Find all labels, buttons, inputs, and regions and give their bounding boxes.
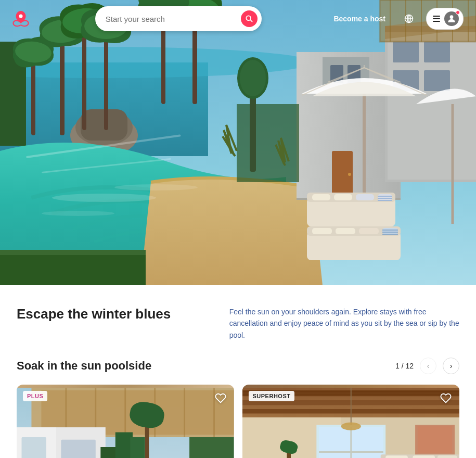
svg-rect-71	[356, 194, 374, 200]
heart-icon-2	[440, 392, 452, 404]
svg-point-94	[42, 211, 114, 216]
search-button[interactable]	[241, 10, 258, 27]
svg-point-143	[341, 423, 361, 430]
prev-button[interactable]: ‹	[420, 358, 436, 374]
globe-icon	[404, 14, 414, 23]
card-badge-superhost: SUPERHOST	[249, 391, 295, 401]
svg-rect-51	[424, 42, 450, 62]
svg-point-47	[348, 173, 351, 176]
svg-rect-20	[60, 31, 65, 135]
svg-rect-73	[378, 196, 392, 197]
logo[interactable]	[12, 10, 29, 27]
svg-rect-76	[307, 232, 401, 260]
svg-rect-86	[237, 104, 299, 182]
svg-rect-145	[417, 426, 452, 453]
pagination-text: 1 / 12	[395, 362, 414, 370]
svg-rect-74	[378, 198, 392, 199]
card-heart-1[interactable]	[213, 391, 228, 405]
hero-section	[0, 0, 476, 285]
card-heart-2[interactable]	[439, 391, 453, 405]
notification-dot	[456, 10, 460, 15]
listing-card-2[interactable]: SUPERHOST	[242, 385, 460, 458]
svg-line-2	[250, 20, 252, 22]
listing-card-1[interactable]: PLUS	[17, 385, 234, 458]
next-button[interactable]: ›	[443, 358, 459, 374]
cards-section-title: Soak in the sun poolside	[17, 359, 151, 373]
svg-rect-105	[61, 440, 95, 458]
hamburger-icon	[433, 16, 440, 22]
heart-icon	[215, 392, 226, 404]
user-icon	[446, 14, 457, 24]
hero-image	[0, 0, 476, 285]
svg-point-92	[52, 194, 156, 202]
svg-point-89	[240, 60, 266, 96]
svg-rect-81	[382, 228, 398, 234]
promo-title: Escape the winter blues	[17, 306, 209, 322]
card-1-image	[17, 385, 234, 458]
svg-rect-72	[378, 194, 392, 200]
svg-rect-104	[21, 437, 46, 458]
promo-description: Feel the sun on your shoulders again. Ex…	[229, 306, 459, 341]
search-input[interactable]	[106, 15, 237, 23]
svg-rect-91	[0, 255, 146, 285]
svg-rect-132	[319, 427, 383, 458]
avatar	[444, 11, 459, 26]
cards-grid: PLUS	[17, 385, 459, 458]
svg-rect-110	[130, 437, 145, 458]
svg-rect-70	[334, 194, 352, 200]
promo-section: Escape the winter blues Feel the sun on …	[0, 285, 476, 358]
svg-rect-111	[189, 437, 234, 458]
svg-rect-67	[307, 198, 395, 226]
svg-point-93	[114, 184, 198, 190]
svg-rect-80	[359, 228, 379, 234]
search-icon	[246, 15, 253, 22]
become-host-button[interactable]: Become a host	[327, 10, 392, 27]
svg-rect-50	[393, 42, 419, 62]
svg-rect-78	[312, 228, 332, 234]
svg-rect-135	[385, 455, 408, 458]
nav-right: Become a host	[327, 8, 464, 30]
card-badge-plus: PLUS	[23, 391, 47, 401]
airbnb-logo-icon	[12, 10, 29, 27]
svg-point-7	[450, 15, 454, 19]
svg-rect-53	[424, 70, 450, 91]
svg-rect-69	[312, 194, 330, 200]
svg-point-0	[19, 15, 23, 18]
pagination-nav: 1 / 12 ‹ ›	[395, 358, 459, 374]
svg-rect-137	[437, 455, 457, 458]
svg-rect-84	[382, 234, 398, 235]
svg-rect-79	[336, 228, 355, 234]
svg-rect-82	[382, 230, 398, 231]
user-menu-button[interactable]	[426, 8, 464, 30]
svg-rect-136	[413, 455, 435, 458]
header: Become a host	[0, 0, 476, 37]
svg-rect-83	[382, 232, 398, 233]
language-button[interactable]	[400, 10, 418, 28]
search-bar[interactable]	[95, 6, 262, 31]
cards-section: Soak in the sun poolside 1 / 12 ‹ ›	[0, 358, 476, 458]
svg-rect-75	[378, 200, 392, 201]
svg-rect-109	[115, 432, 133, 458]
cards-header: Soak in the sun poolside 1 / 12 ‹ ›	[17, 358, 459, 374]
